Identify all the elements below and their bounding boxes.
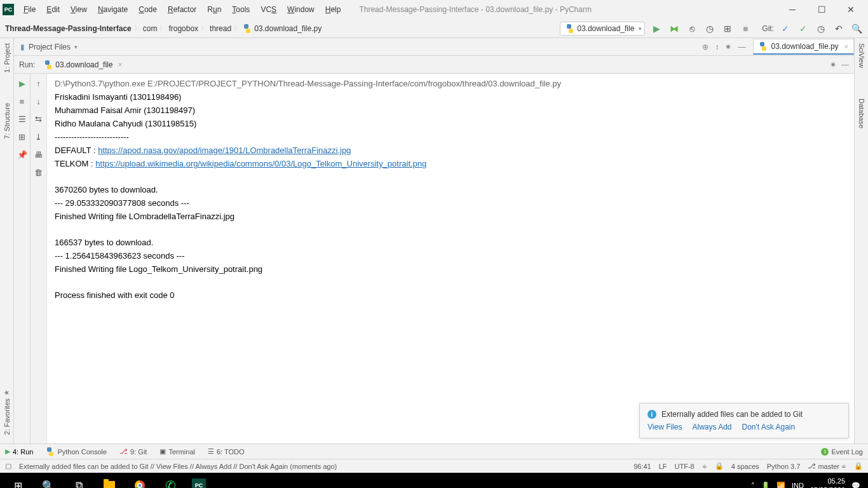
terminal-tab[interactable]: ▣Terminal bbox=[159, 447, 195, 456]
favorites-tool-tab[interactable]: 2: Favorites bbox=[1, 385, 12, 437]
action-center-icon[interactable]: 💬 bbox=[851, 482, 860, 489]
wifi-icon[interactable]: 📶 bbox=[776, 482, 785, 489]
wrap-button[interactable]: ⇆ bbox=[33, 113, 44, 125]
clear-button[interactable]: 🗑 bbox=[33, 166, 44, 178]
start-button[interactable]: ⊞ bbox=[3, 473, 33, 488]
git-branch[interactable]: ⎇master≑ bbox=[808, 462, 846, 470]
revert-icon[interactable]: ↶ bbox=[832, 22, 845, 35]
menu-help[interactable]: Help bbox=[320, 3, 346, 17]
menu-refactor[interactable]: Refactor bbox=[163, 3, 201, 17]
minimize-button[interactable]: ─ bbox=[778, 0, 807, 19]
input-language[interactable]: IND bbox=[792, 482, 804, 488]
notif-view-files-link[interactable]: View Files bbox=[648, 423, 682, 431]
layout-button[interactable]: ☰ bbox=[17, 113, 28, 125]
breadcrumb: Thread-Message-Passing-Interface 〉 com 〉… bbox=[5, 24, 322, 33]
hide-run-icon[interactable]: — bbox=[841, 60, 849, 69]
locate-icon[interactable]: ⊕ bbox=[702, 43, 709, 51]
file-encoding[interactable]: UTF-8 bbox=[675, 463, 695, 470]
menu-window[interactable]: Window bbox=[282, 3, 320, 17]
debug-button[interactable]: ⧓ bbox=[668, 22, 681, 35]
run-button[interactable]: ▶ bbox=[650, 22, 663, 35]
status-message: Externally added files can be added to G… bbox=[19, 463, 337, 470]
sciview-tool-tab[interactable]: SciView bbox=[857, 41, 867, 71]
commit-icon[interactable]: ✓ bbox=[797, 22, 810, 35]
notif-dont-ask-link[interactable]: Don't Ask Again bbox=[742, 423, 796, 431]
task-view-button[interactable]: ⧉ bbox=[64, 473, 94, 488]
event-log-tab[interactable]: 1 Event Log bbox=[821, 448, 863, 456]
expand-icon[interactable]: ↕ bbox=[715, 43, 719, 51]
run-config-selector[interactable]: 03.download_file bbox=[560, 22, 645, 36]
up-button[interactable]: ↑ bbox=[33, 78, 44, 89]
update-project-icon[interactable]: ✓ bbox=[779, 22, 792, 35]
interpreter[interactable]: Python 3.7 bbox=[767, 463, 801, 470]
restore-layout-button[interactable]: ⊞ bbox=[17, 131, 28, 142]
breadcrumb-file[interactable]: 03.download_file.py bbox=[254, 24, 322, 33]
maximize-button[interactable]: ☐ bbox=[807, 0, 836, 19]
console-link[interactable]: https://upload.wikimedia.org/wikipedia/c… bbox=[95, 159, 426, 168]
project-files-label: Project Files bbox=[29, 43, 71, 51]
menu-edit[interactable]: Edit bbox=[41, 3, 65, 17]
breadcrumb-item[interactable]: thread bbox=[210, 24, 231, 33]
menu-view[interactable]: View bbox=[65, 3, 92, 17]
project-files-dropdown[interactable]: ▮ Project Files ▾ bbox=[14, 43, 84, 51]
breadcrumb-item[interactable]: frogobox bbox=[168, 24, 198, 33]
hide-icon[interactable]: — bbox=[738, 43, 745, 51]
pin-button[interactable]: 📌 bbox=[17, 149, 28, 160]
lock-icon[interactable]: 🔒 bbox=[854, 462, 863, 470]
run-config-label: 03.download_file bbox=[577, 24, 634, 33]
notification-message: Externally added files can be added to G… bbox=[661, 410, 803, 419]
todo-tab[interactable]: ☰6: TODO bbox=[208, 447, 245, 456]
whatsapp-icon[interactable]: ✆ bbox=[155, 473, 186, 488]
console-output[interactable]: D:\Python3.7\python.exe E:/PROJECT/PROJE… bbox=[47, 74, 854, 444]
scroll-end-button[interactable]: ⤓ bbox=[33, 131, 44, 142]
pycharm-taskbar-icon[interactable]: PC bbox=[186, 473, 216, 488]
console-link[interactable]: https://apod.nasa.gov/apod/image/1901/LO… bbox=[98, 146, 351, 155]
menu-tools[interactable]: Tools bbox=[227, 3, 255, 17]
stop-button[interactable]: ■ bbox=[739, 22, 752, 35]
python-console-tab[interactable]: Python Console bbox=[46, 447, 107, 456]
close-run-tab-icon[interactable]: × bbox=[118, 60, 122, 69]
search-everywhere-icon[interactable]: 🔍 bbox=[850, 22, 863, 35]
chrome-icon[interactable] bbox=[125, 473, 155, 488]
menu-run[interactable]: Run bbox=[202, 3, 226, 17]
close-tab-icon[interactable]: × bbox=[844, 43, 848, 50]
run-tab[interactable]: 03.download_file × bbox=[40, 59, 126, 71]
profiler-button[interactable]: ◷ bbox=[703, 22, 716, 35]
git-tab[interactable]: ⎇9: Git bbox=[119, 447, 147, 456]
menu-vcs[interactable]: VCS bbox=[255, 3, 281, 17]
indent-settings[interactable]: 4 spaces bbox=[731, 463, 759, 470]
close-button[interactable]: ✕ bbox=[836, 0, 865, 19]
run-label: Run: bbox=[19, 60, 35, 69]
cursor-position[interactable]: 96:41 bbox=[634, 463, 651, 470]
print-button[interactable]: 🖶 bbox=[33, 149, 44, 160]
coverage-button[interactable]: ⎋ bbox=[686, 22, 698, 35]
file-explorer-icon[interactable] bbox=[94, 473, 125, 488]
down-button[interactable]: ↓ bbox=[33, 95, 44, 107]
concurrency-button[interactable]: ⊞ bbox=[721, 22, 734, 35]
stop-button[interactable]: ■ bbox=[17, 95, 28, 107]
breadcrumb-item[interactable]: com bbox=[143, 24, 158, 33]
rerun-button[interactable]: ▶ bbox=[17, 78, 28, 89]
editor-tab-label: 03.download_file.py bbox=[771, 42, 838, 51]
settings-icon[interactable]: ✷ bbox=[725, 43, 731, 51]
menu-navigate[interactable]: Navigate bbox=[93, 3, 133, 17]
project-tool-tab[interactable]: 1: Project bbox=[2, 41, 12, 75]
database-tool-tab[interactable]: Database bbox=[857, 96, 867, 131]
structure-tool-tab[interactable]: 7: Structure bbox=[2, 100, 12, 142]
run-bottom-tab[interactable]: ▶4: Run bbox=[5, 447, 33, 456]
clock[interactable]: 05.25 05/05/2020 bbox=[810, 477, 845, 488]
search-button[interactable]: 🔍 bbox=[33, 473, 64, 488]
window-title: Thread-Message-Passing-Interface - 03.do… bbox=[359, 5, 592, 14]
read-only-toggle-icon[interactable]: 🔒 bbox=[715, 462, 724, 470]
history-icon[interactable]: ◷ bbox=[815, 22, 827, 35]
menu-file[interactable]: File bbox=[18, 3, 41, 17]
line-separator[interactable]: LF bbox=[659, 463, 667, 470]
battery-icon[interactable]: 🔋 bbox=[761, 482, 770, 489]
breadcrumb-root[interactable]: Thread-Message-Passing-Interface bbox=[5, 24, 132, 33]
tray-expand-icon[interactable]: ˄ bbox=[751, 482, 755, 489]
editor-tab[interactable]: 03.download_file.py × bbox=[753, 39, 854, 55]
run-settings-icon[interactable]: ✷ bbox=[830, 60, 836, 69]
tool-window-quick-access-icon[interactable]: ▢ bbox=[5, 462, 11, 470]
notif-always-add-link[interactable]: Always Add bbox=[692, 423, 731, 431]
menu-code[interactable]: Code bbox=[133, 3, 162, 17]
